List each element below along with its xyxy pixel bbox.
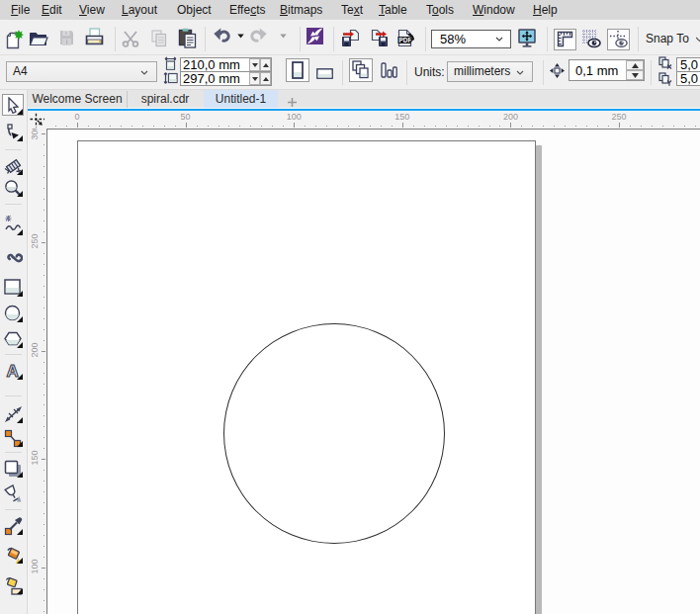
svg-text:PDF: PDF	[399, 37, 412, 44]
